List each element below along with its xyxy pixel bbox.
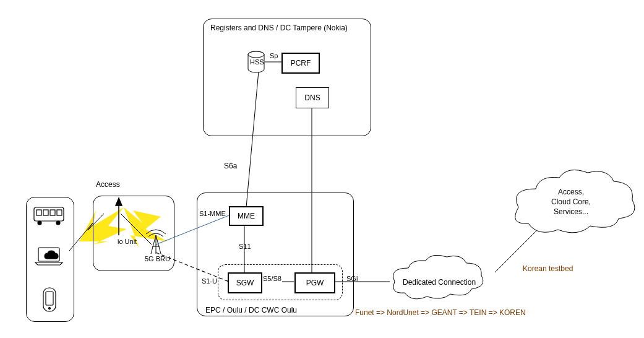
korea-line-2: Cloud Core, — [531, 197, 611, 207]
s11-link-label: S11 — [239, 243, 251, 250]
dedicated-cloud-label: Dedicated Connection — [403, 278, 476, 287]
dns-node: DNS — [296, 87, 329, 108]
footer-path-label: Funet => NordUnet => GEANT => TEIN => KO… — [355, 308, 526, 317]
s6a-link-label: S6a — [224, 162, 237, 170]
radio-unit-label: io Unit — [118, 238, 137, 245]
s5s8-link-label: S5/S8 — [262, 275, 282, 282]
s1u-link-label: S1-U — [202, 277, 217, 285]
sgi-link-label: SGi — [346, 275, 358, 282]
mme-node: MME — [229, 206, 264, 226]
epc-title: EPC / Oulu / DC CWC Oulu — [205, 306, 297, 314]
access-title: Access — [96, 180, 120, 189]
registers-dns-group — [203, 19, 371, 136]
pgw-node: PGW — [294, 272, 335, 293]
bru-label: 5G BRU — [145, 255, 170, 262]
access-devices-group — [26, 197, 74, 322]
pgw-label: PGW — [306, 279, 324, 287]
registers-dns-title: Registers and DNS / DC Tampere (Nokia) — [210, 24, 348, 32]
korean-testbed-label: Korean testbed — [523, 264, 573, 273]
mme-label: MME — [238, 212, 255, 220]
sp-link-label: Sp — [270, 52, 278, 59]
dns-label: DNS — [304, 93, 320, 102]
s1mme-link-label: S1-MME — [199, 210, 226, 217]
pcrf-node: PCRF — [281, 53, 320, 74]
sgw-label: SGW — [236, 279, 254, 287]
pcrf-label: PCRF — [291, 59, 311, 67]
korea-cloud-text: Access, Cloud Core, Services... — [531, 187, 611, 217]
korea-line-1: Access, — [531, 187, 611, 197]
sgw-node: SGW — [228, 272, 262, 293]
hss-label: HSS — [250, 58, 264, 66]
korea-line-3: Services... — [531, 207, 611, 217]
